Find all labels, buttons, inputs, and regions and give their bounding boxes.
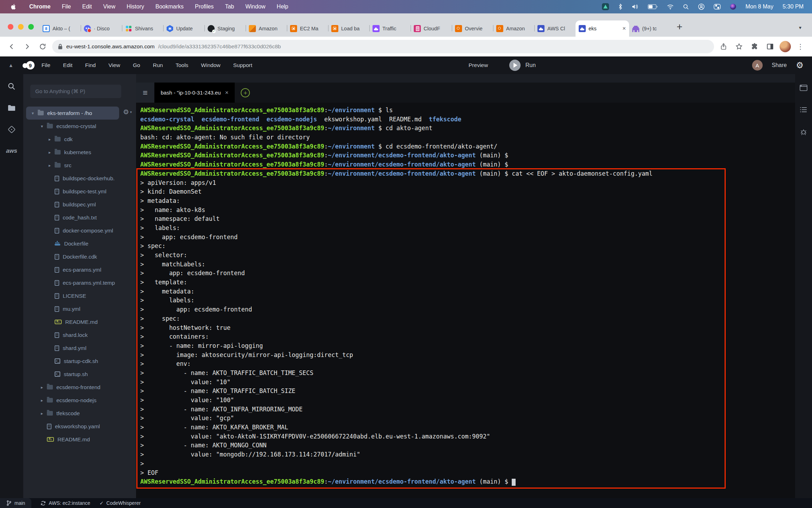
wifi-icon[interactable]	[667, 4, 674, 10]
minimize-window-button[interactable]	[18, 24, 24, 30]
preview-button[interactable]: Preview	[469, 62, 488, 68]
tree-item[interactable]: startup-cdk.sh	[23, 355, 136, 368]
macos-menu-item[interactable]: Window	[245, 4, 265, 10]
tree-item[interactable]: ecs-params.yml	[23, 263, 136, 276]
cloud9-logo[interactable]: 9	[23, 61, 35, 69]
bluetooth-icon[interactable]	[618, 4, 622, 10]
tab-close-icon[interactable]: ×	[622, 25, 626, 32]
tree-item[interactable]: kubernetes	[23, 146, 136, 159]
macos-menu-item[interactable]: Profiles	[195, 4, 214, 10]
browser-tab[interactable]: Akto – (	[39, 20, 81, 37]
git-branch-selector[interactable]: main	[0, 498, 31, 508]
ide-menu-item[interactable]: Run	[153, 62, 163, 68]
ide-settings-gear-icon[interactable]: ⚙	[796, 60, 804, 70]
address-bar[interactable]: eu-west-1.console.aws.amazon.com/cloud9/…	[52, 40, 714, 53]
browser-tab[interactable]: Staging	[204, 20, 246, 37]
browser-tab[interactable]: Traffic	[369, 20, 411, 37]
tree-item[interactable]: buildspec-test.yml	[23, 185, 136, 198]
goto-anything-input[interactable]: Go to Anything (⌘ P)	[30, 85, 121, 98]
tree-item[interactable]: docker-compose.yml	[23, 224, 136, 237]
tree-item[interactable]: Dockerfile	[23, 237, 136, 250]
collapse-menubar-icon[interactable]: ▲	[8, 62, 13, 68]
ide-menu-item[interactable]: Find	[85, 62, 96, 68]
menubar-clock[interactable]: 5:30 PM	[782, 4, 804, 10]
ide-menu-item[interactable]: Support	[233, 62, 252, 68]
browser-tab[interactable]: Amazon	[246, 20, 287, 37]
zoom-window-button[interactable]	[28, 24, 34, 30]
apple-menu-icon[interactable]	[11, 3, 17, 10]
user-account-icon[interactable]	[698, 4, 705, 10]
battery-icon[interactable]	[648, 4, 658, 9]
terminal-output[interactable]: AWSReservedSSO_AdministratorAccess_ee750…	[136, 103, 795, 498]
ide-menu-item[interactable]: Tools	[176, 62, 188, 68]
tab-search-chevron-icon[interactable]: ▾	[799, 25, 801, 30]
share-icon[interactable]	[718, 41, 730, 53]
tree-item[interactable]: README.md	[23, 433, 136, 446]
search-panel-icon[interactable]	[8, 83, 16, 90]
tree-caret-icon[interactable]	[41, 411, 47, 416]
tree-item[interactable]: shard.yml	[23, 341, 136, 355]
browser-tab[interactable]: EC2 Ma	[287, 20, 328, 37]
macos-menu-item[interactable]: Help	[277, 4, 288, 10]
new-terminal-button[interactable]: +	[235, 83, 256, 103]
browser-tab[interactable]: · Disco	[81, 20, 122, 37]
ide-menu-item[interactable]: Edit	[63, 62, 73, 68]
tree-caret-icon[interactable]	[41, 398, 47, 403]
browser-tab[interactable]: Overvie	[452, 20, 493, 37]
extensions-puzzle-icon[interactable]	[749, 41, 761, 53]
tree-item[interactable]: eksworkshop.yaml	[23, 420, 136, 433]
tree-item[interactable]: ecsdemo-frontend	[23, 381, 136, 394]
macos-menu-item[interactable]: File	[62, 4, 71, 10]
panel-menu-hamburger-icon[interactable]: ≡	[136, 83, 154, 103]
tree-item[interactable]: eks-terraform - /ho	[26, 107, 119, 120]
tree-item[interactable]: code_hash.txt	[23, 211, 136, 224]
forward-button[interactable]	[21, 41, 33, 53]
side-panel-icon[interactable]	[764, 41, 776, 53]
browser-tab[interactable]: AWS Cl	[534, 20, 576, 37]
close-window-button[interactable]	[8, 24, 13, 30]
tree-item[interactable]: buildspec-dockerhub.	[23, 172, 136, 185]
reload-button[interactable]	[37, 41, 49, 53]
tree-item[interactable]: ecsdemo-crystal	[23, 120, 136, 133]
browser-tab[interactable]: CloudF	[411, 20, 452, 37]
macos-menu-item[interactable]: Bookmarks	[155, 4, 184, 10]
back-button[interactable]	[6, 41, 18, 53]
menubar-date[interactable]: Mon 8 May	[745, 4, 773, 10]
source-control-panel-icon[interactable]	[8, 126, 16, 133]
macos-menu-item[interactable]: View	[103, 4, 115, 10]
ide-menu-item[interactable]: Go	[133, 62, 140, 68]
tree-item[interactable]: tfekscode	[23, 407, 136, 420]
browser-tab[interactable]: Load ba	[328, 20, 369, 37]
browser-tab[interactable]: eks ×	[576, 20, 629, 37]
browser-profile-avatar[interactable]	[780, 41, 791, 52]
tree-caret-icon[interactable]	[41, 124, 47, 129]
debugger-panel-icon[interactable]	[800, 128, 807, 135]
macos-menu-item[interactable]: Tab	[225, 4, 234, 10]
tree-item[interactable]: startup.sh	[23, 368, 136, 381]
tree-item[interactable]: cdk	[23, 133, 136, 146]
browser-tab[interactable]: Update	[163, 20, 204, 37]
macos-menu-item[interactable]: Chrome	[29, 4, 50, 10]
run-play-icon[interactable]	[509, 60, 521, 71]
terminal-tab-close-icon[interactable]: ×	[225, 89, 228, 96]
bookmark-star-icon[interactable]	[733, 41, 745, 53]
tree-item[interactable]: ecs-params.yml.temp	[23, 276, 136, 289]
tree-caret-icon[interactable]	[41, 385, 47, 390]
lock-icon[interactable]	[58, 43, 63, 50]
control-center-icon[interactable]	[714, 4, 721, 10]
browser-tab[interactable]: Shivans	[122, 20, 163, 37]
macos-menu-item[interactable]: History	[127, 4, 144, 10]
outline-panel-icon[interactable]	[800, 107, 807, 113]
ide-menu-item[interactable]: File	[42, 62, 50, 68]
spotlight-search-icon[interactable]	[683, 4, 689, 10]
tree-item[interactable]: shard.lock	[23, 328, 136, 341]
files-panel-icon[interactable]	[7, 104, 16, 111]
macos-menu-item[interactable]: Edit	[82, 4, 92, 10]
tree-item[interactable]: src	[23, 159, 136, 172]
aws-connection-status[interactable]: AWS: ec2:instance	[41, 500, 90, 506]
preview-panel-icon[interactable]	[800, 85, 807, 91]
tree-caret-icon[interactable]	[49, 150, 55, 155]
tree-caret-icon[interactable]	[32, 111, 38, 116]
ide-user-avatar[interactable]: A	[752, 60, 763, 71]
aws-panel-icon[interactable]: aws	[6, 147, 17, 155]
